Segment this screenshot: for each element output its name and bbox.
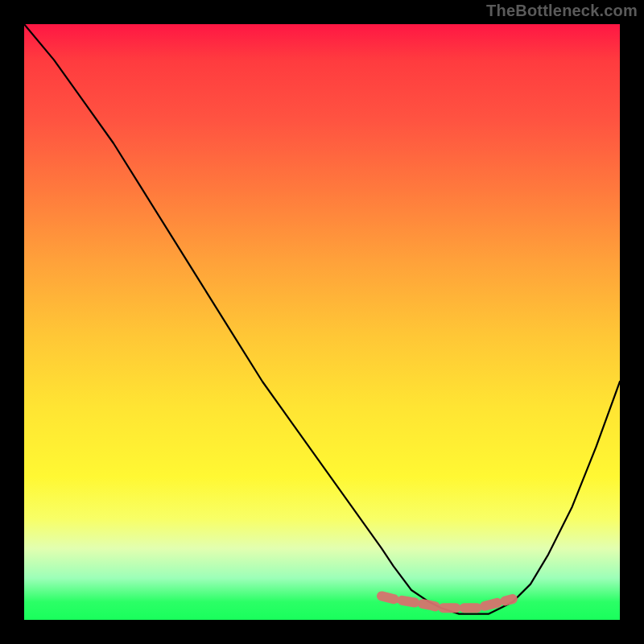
optimal-band bbox=[382, 596, 513, 608]
bottleneck-curve bbox=[24, 24, 620, 614]
bottleneck-chart: TheBottleneck.com bbox=[0, 0, 644, 644]
chart-svg bbox=[24, 24, 620, 620]
watermark-label: TheBottleneck.com bbox=[486, 2, 638, 20]
plot-area bbox=[24, 24, 620, 620]
